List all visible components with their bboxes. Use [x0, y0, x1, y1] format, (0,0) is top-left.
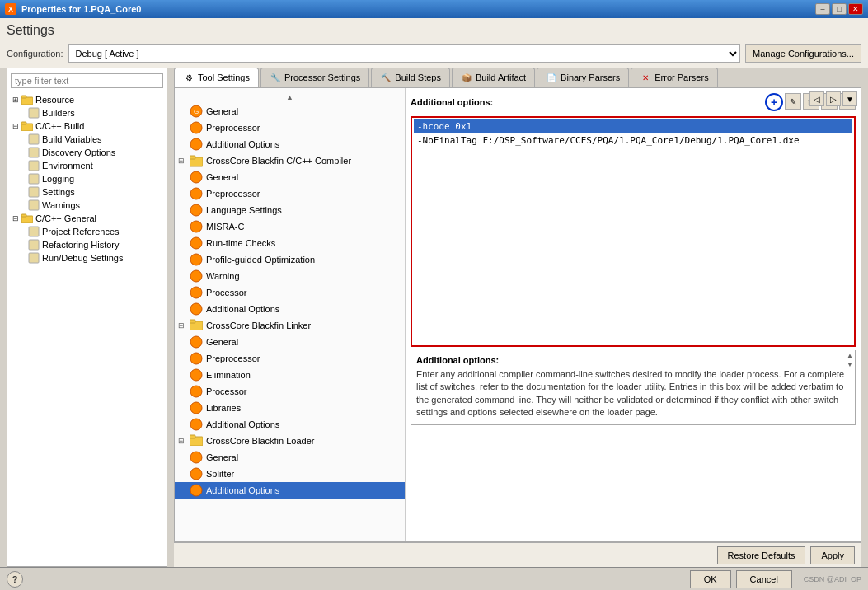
tool-item-warning[interactable]: Warning — [175, 268, 405, 284]
tool-item-preprocessor2[interactable]: Preprocessor — [175, 185, 405, 202]
cancel-button[interactable]: Cancel — [736, 570, 792, 588]
tool-tree: ▲ G General Preprocessor — [175, 88, 406, 541]
nav-back-button[interactable]: ◁ — [809, 91, 824, 106]
help-button[interactable]: ? — [7, 571, 23, 588]
tool-item-linker[interactable]: ⊟ CrossCore Blackfin Linker — [175, 317, 405, 334]
sidebar-item-warnings[interactable]: Warnings — [7, 199, 167, 212]
sidebar-item-settings[interactable]: Settings — [7, 185, 167, 199]
config-dropdown[interactable]: Debug [ Active ] — [68, 44, 741, 63]
credit-label: CSDN @ADI_OP — [804, 575, 861, 583]
sidebar-item-ccgeneral[interactable]: ⊟ C/C++ General — [7, 212, 167, 225]
sidebar-item-builders[interactable]: Builders — [7, 106, 167, 119]
option-item-1[interactable]: -NoFinalTag F:/DSP_Software/CCES/PQA/1.P… — [414, 133, 852, 148]
edit-option-button[interactable]: ✎ — [785, 93, 801, 110]
tool-item-general3[interactable]: General — [175, 334, 405, 350]
title-bar-text: Properties for 1.PQA_Core0 — [21, 4, 815, 14]
left-panel: ⊞ Resource Builders ⊟ C/C++ Build Build … — [7, 68, 167, 567]
sidebar-label-warnings: Warnings — [42, 200, 80, 210]
tool-item-general2[interactable]: General — [175, 169, 405, 185]
desc-text: Enter any additional compiler command-li… — [416, 368, 850, 419]
sidebar-item-buildvars[interactable]: Build Variables — [7, 133, 167, 146]
svg-rect-8 — [29, 174, 39, 184]
nav-forward-button[interactable]: ▷ — [826, 91, 841, 106]
svg-rect-1 — [21, 96, 26, 98]
svg-rect-7 — [29, 161, 39, 171]
tool-label-addopts3: Additional Options — [206, 419, 279, 429]
svg-rect-14 — [29, 240, 39, 250]
svg-point-19 — [190, 138, 202, 150]
svg-point-34 — [190, 353, 202, 364]
maximize-button[interactable]: □ — [832, 3, 847, 15]
tab-build-artifact[interactable]: 📦 Build Artifact — [452, 68, 535, 87]
sidebar-item-rundebug[interactable]: Run/Debug Settings — [7, 251, 167, 265]
svg-point-42 — [190, 468, 202, 480]
tool-item-profile[interactable]: Profile-guided Optimization — [175, 251, 405, 268]
svg-rect-4 — [21, 122, 26, 124]
tool-item-addopts3[interactable]: Additional Options — [175, 416, 405, 433]
svg-point-35 — [190, 369, 202, 381]
tab-build-steps[interactable]: 🔨 Build Steps — [371, 68, 450, 87]
bottom-bar: Restore Defaults Apply — [174, 542, 861, 567]
tab-tool-settings[interactable]: ⚙ Tool Settings — [174, 68, 259, 87]
tool-item-runtime[interactable]: Run-time Checks — [175, 235, 405, 251]
option-item-0[interactable]: -hcode 0x1 — [414, 119, 852, 133]
sidebar-item-discovery[interactable]: Discovery Options — [7, 146, 167, 159]
ok-button[interactable]: OK — [690, 570, 731, 588]
tool-item-processor3[interactable]: Processor — [175, 284, 405, 301]
binary-parsers-icon: 📄 — [546, 72, 557, 83]
minimize-button[interactable]: – — [815, 3, 830, 15]
tool-item-libraries[interactable]: Libraries — [175, 400, 405, 416]
tool-item-language[interactable]: Language Settings — [175, 202, 405, 218]
svg-rect-6 — [29, 148, 39, 157]
tab-binary-parsers[interactable]: 📄 Binary Parsers — [537, 68, 629, 87]
svg-rect-21 — [190, 156, 195, 159]
sidebar-item-projrefs[interactable]: Project References — [7, 225, 167, 238]
svg-rect-10 — [29, 200, 39, 210]
manage-configurations-button[interactable]: Manage Configurations... — [745, 44, 861, 63]
sidebar-item-environment[interactable]: Environment — [7, 159, 167, 172]
tab-error-parsers[interactable]: ✕ Error Parsers — [631, 68, 717, 87]
add-option-button[interactable]: + — [765, 93, 783, 111]
desc-scroll-up[interactable]: ▲ — [847, 352, 853, 359]
tool-item-addopts2[interactable]: Additional Options — [175, 301, 405, 317]
tool-item-addopts1[interactable]: Additional Options — [175, 136, 405, 152]
tool-item-loader[interactable]: ⊟ CrossCore Blackfin Loader — [175, 433, 405, 449]
sidebar-item-logging[interactable]: Logging — [7, 172, 167, 185]
tab-label-error-parsers: Error Parsers — [655, 73, 708, 82]
sidebar-item-resource[interactable]: ⊞ Resource — [7, 93, 167, 106]
tab-processor-settings[interactable]: 🔧 Processor Settings — [260, 68, 369, 87]
tab-bar: ⚙ Tool Settings 🔧 Processor Settings 🔨 B… — [174, 68, 861, 87]
tool-label-addopts2: Additional Options — [206, 304, 279, 314]
tool-item-compiler[interactable]: ⊟ CrossCore Blackfin C/C++ Compiler — [175, 152, 405, 169]
tool-label-processor4: Processor — [206, 386, 247, 396]
svg-rect-5 — [29, 134, 39, 144]
filter-input[interactable] — [11, 73, 163, 88]
apply-button[interactable]: Apply — [810, 546, 855, 564]
tool-item-addopts4[interactable]: Additional Options — [175, 482, 405, 499]
tool-label-warning: Warning — [206, 271, 240, 281]
svg-text:G: G — [194, 108, 199, 115]
tool-item-processor4[interactable]: Processor — [175, 383, 405, 400]
tool-item-misra[interactable]: MISRA-C — [175, 218, 405, 235]
tool-item-elimination[interactable]: Elimination — [175, 367, 405, 383]
scroll-up-button[interactable]: ▲ — [286, 93, 293, 101]
title-bar: X Properties for 1.PQA_Core0 – □ ✕ — [0, 0, 868, 18]
restore-defaults-button[interactable]: Restore Defaults — [717, 546, 806, 564]
sidebar-label-buildvars: Build Variables — [42, 134, 102, 144]
tool-item-general1[interactable]: G General — [175, 103, 405, 119]
config-label: Configuration: — [7, 49, 63, 59]
sidebar-label-environment: Environment — [42, 161, 93, 171]
sidebar-item-ccbuild[interactable]: ⊟ C/C++ Build — [7, 119, 167, 133]
options-list[interactable]: -hcode 0x1 -NoFinalTag F:/DSP_Software/C… — [411, 116, 856, 347]
tool-item-preprocessor1[interactable]: Preprocessor — [175, 119, 405, 136]
desc-scroll-down[interactable]: ▼ — [847, 361, 853, 368]
tool-item-general4[interactable]: General — [175, 449, 405, 466]
tool-label-preprocessor1: Preprocessor — [206, 123, 260, 133]
sidebar-item-refactoring[interactable]: Refactoring History — [7, 238, 167, 251]
tool-item-splitter[interactable]: Splitter — [175, 466, 405, 482]
tool-item-preprocessor3[interactable]: Preprocessor — [175, 350, 405, 367]
svg-rect-32 — [190, 320, 195, 323]
nav-dropdown-button[interactable]: ▼ — [842, 91, 857, 106]
svg-rect-13 — [29, 227, 39, 236]
close-button[interactable]: ✕ — [848, 3, 863, 15]
